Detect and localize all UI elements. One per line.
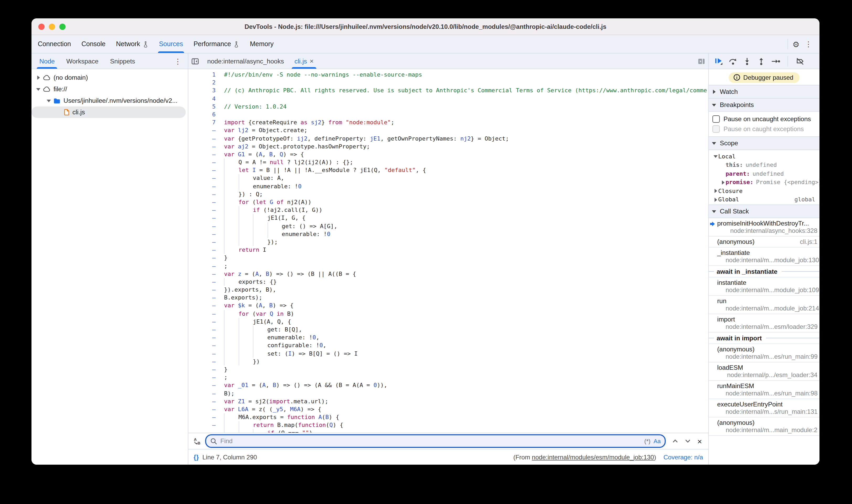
- expander-right-icon[interactable]: [713, 197, 718, 202]
- gutter-dash[interactable]: –: [188, 397, 221, 405]
- gutter-dash[interactable]: –: [188, 421, 221, 429]
- line-number[interactable]: 5: [188, 103, 221, 111]
- gutter-dash[interactable]: –: [188, 365, 221, 373]
- find-previous-icon[interactable]: [672, 439, 678, 443]
- tab-sources[interactable]: Sources: [154, 35, 188, 53]
- line-number[interactable]: 4: [188, 95, 221, 103]
- source-code-editor[interactable]: 1#!/usr/bin/env -S node --no-warnings --…: [188, 69, 708, 433]
- gutter-dash[interactable]: –: [188, 326, 221, 334]
- deactivate-breakpoints-icon[interactable]: [795, 56, 805, 66]
- stack-frame-executeuserentrypoint[interactable]: executeUserEntryPointnode:internal/m...s…: [709, 399, 819, 417]
- gear-icon[interactable]: ⚙: [793, 40, 800, 48]
- editor-tab-cli-js[interactable]: cli.js×: [289, 54, 319, 69]
- match-case-toggle[interactable]: Aa: [654, 438, 661, 444]
- gutter-dash[interactable]: –: [188, 390, 221, 397]
- search-input[interactable]: Find (*) Aa: [205, 434, 666, 448]
- gutter-dash[interactable]: –: [188, 302, 221, 310]
- navigator-more-icon[interactable]: ⋮: [171, 54, 188, 69]
- line-number[interactable]: 2: [188, 79, 221, 87]
- gutter-dash[interactable]: –: [188, 166, 221, 174]
- tab-connection[interactable]: Connection: [33, 35, 76, 53]
- line-number[interactable]: 6: [188, 111, 221, 119]
- gutter-dash[interactable]: –: [188, 238, 221, 246]
- stack-frame-runmainesm[interactable]: runMainESMnode:internal/m...es/run_main:…: [709, 381, 819, 399]
- kebab-menu-icon[interactable]: ⋮: [802, 40, 815, 48]
- stack-frame-loadesm[interactable]: loadESMnode:internal/p.../esm_loader:34: [709, 362, 819, 381]
- gutter-dash[interactable]: –: [188, 278, 221, 286]
- gutter-dash[interactable]: –: [188, 334, 221, 341]
- gutter-dash[interactable]: –: [188, 310, 221, 318]
- checkbox[interactable]: [712, 115, 720, 123]
- stack-frame-instantiate[interactable]: instantiatenode:internal/m...module_job:…: [709, 277, 819, 296]
- stack-frame-promiseinithookwithdestroytr-[interactable]: promiseInitHookWithDestroyTr...node:inte…: [709, 218, 819, 236]
- scope-var-parent[interactable]: parent:undefined: [709, 169, 819, 178]
- close-tab-icon[interactable]: ×: [309, 57, 314, 65]
- gutter-dash[interactable]: –: [188, 206, 221, 214]
- stack-frame-run[interactable]: runnode:internal/m...module_job:214: [709, 296, 819, 314]
- scope-var-this[interactable]: this:undefined: [709, 161, 819, 169]
- gutter-dash[interactable]: –: [188, 286, 221, 294]
- expander-right-icon[interactable]: [36, 75, 41, 80]
- close-find-icon[interactable]: ×: [697, 437, 702, 446]
- stack-frame-import[interactable]: importnode:internal/m...esm/loader:329: [709, 314, 819, 332]
- tree-item-cli-js[interactable]: cli.js: [32, 106, 188, 118]
- sidebar-tab-workspace[interactable]: Workspace: [60, 54, 104, 69]
- scope-global[interactable]: Globalglobal: [709, 195, 819, 204]
- gutter-dash[interactable]: –: [188, 127, 221, 134]
- scope-closure[interactable]: Closure: [709, 187, 819, 195]
- regex-toggle[interactable]: (*): [644, 438, 650, 444]
- gutter-dash[interactable]: –: [188, 373, 221, 381]
- expander-down-icon[interactable]: [713, 154, 718, 159]
- tab-console[interactable]: Console: [76, 35, 111, 53]
- gutter-dash[interactable]: –: [188, 294, 221, 302]
- show-debugger-icon[interactable]: [695, 54, 708, 69]
- stack-frame--anonymous-[interactable]: (anonymous)cli.js:1: [709, 236, 819, 248]
- gutter-dash[interactable]: –: [188, 198, 221, 206]
- step-into-icon[interactable]: [742, 56, 752, 66]
- gutter-dash[interactable]: –: [188, 182, 221, 190]
- tab-network[interactable]: Network: [111, 35, 154, 53]
- step-out-icon[interactable]: [757, 56, 766, 66]
- call-stack-section-header[interactable]: Call Stack: [709, 204, 819, 218]
- scope-local[interactable]: Local: [709, 152, 819, 161]
- breakpoints-section-header[interactable]: Breakpoints: [709, 98, 819, 112]
- expander-right-icon[interactable]: [713, 188, 718, 194]
- sidebar-tab-node[interactable]: Node: [34, 54, 60, 69]
- stack-frame--anonymous-[interactable]: (anonymous)node:internal/m...main_module…: [709, 417, 819, 436]
- breakpoint-option[interactable]: Pause on uncaught exceptions: [709, 114, 819, 124]
- gutter-dash[interactable]: –: [188, 358, 221, 365]
- step-icon[interactable]: [771, 56, 780, 66]
- find-next-icon[interactable]: [685, 439, 691, 443]
- gutter-dash[interactable]: –: [188, 381, 221, 390]
- gutter-dash[interactable]: –: [188, 342, 221, 349]
- gutter-dash[interactable]: –: [188, 349, 221, 357]
- line-number[interactable]: 1: [188, 71, 221, 79]
- scope-var-promise[interactable]: promise:Promise {<pending>}: [709, 178, 819, 187]
- gutter-dash[interactable]: –: [188, 174, 221, 182]
- gutter-dash[interactable]: –: [188, 413, 221, 421]
- checkbox[interactable]: [712, 125, 720, 132]
- breakpoint-option[interactable]: Pause on caught exceptions: [709, 124, 819, 134]
- expander-right-icon[interactable]: [720, 180, 726, 185]
- line-number[interactable]: 7: [188, 119, 221, 126]
- watch-section-header[interactable]: Watch: [709, 85, 819, 98]
- gutter-dash[interactable]: –: [188, 318, 221, 326]
- stack-frame--anonymous-[interactable]: (anonymous)node:internal/m...es/run_main…: [709, 344, 819, 362]
- from-source-link[interactable]: node:internal/modules/esm/module_job:130: [532, 453, 654, 461]
- hide-navigator-icon[interactable]: [188, 54, 202, 69]
- gutter-dash[interactable]: –: [188, 214, 221, 222]
- resume-script-icon[interactable]: [714, 56, 724, 66]
- gutter-dash[interactable]: –: [188, 191, 221, 198]
- stack-frame--instantiate[interactable]: _instantiatenode:internal/m...module_job…: [709, 248, 819, 266]
- expander-down-icon[interactable]: [46, 98, 51, 103]
- gutter-dash[interactable]: –: [188, 406, 221, 413]
- gutter-dash[interactable]: –: [188, 134, 221, 142]
- editor-tab-node-internal-async-hooks[interactable]: node:internal/async_hooks: [202, 54, 289, 69]
- replace-toggle-icon[interactable]: AB: [193, 437, 201, 445]
- sidebar-tab-snippets[interactable]: Snippets: [104, 54, 141, 69]
- tab-memory[interactable]: Memory: [245, 35, 279, 53]
- line-number[interactable]: 3: [188, 87, 221, 95]
- tree-item-users-jinhuilee-nvm-versions-node-v2-[interactable]: Users/jinhuilee/.nvm/versions/node/v2...: [32, 95, 188, 106]
- step-over-icon[interactable]: [728, 56, 738, 66]
- coverage-link[interactable]: Coverage: n/a: [663, 453, 703, 461]
